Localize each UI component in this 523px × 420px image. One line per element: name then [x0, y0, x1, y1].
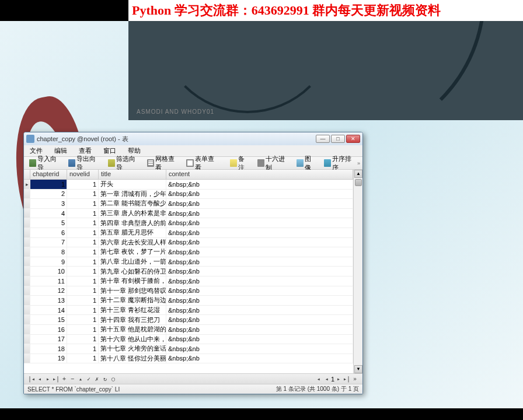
nav-first[interactable]: |◂ — [27, 376, 36, 382]
nav-cancel[interactable]: ✗ — [93, 376, 101, 382]
cell-chapterid[interactable]: 10 — [30, 267, 67, 276]
cell-title[interactable]: 第五章 腊无月思怀 — [99, 228, 166, 237]
cell-chapterid[interactable]: 16 — [30, 325, 67, 334]
cell-chapterid[interactable]: 2 — [30, 190, 67, 199]
table-row[interactable]: 71第六章 此去长安混人样&nbsp;&nb — [24, 238, 353, 248]
cell-content[interactable]: &nbsp;&nb — [166, 296, 353, 305]
table-row[interactable]: 91第八章 北山道外，一箭南来&nbsp;&nb — [24, 257, 353, 267]
cell-chapterid[interactable]: 19 — [30, 354, 67, 363]
cell-title[interactable]: 第十六章 他从山中来，带着 — [99, 335, 166, 344]
titlebar[interactable]: chapter_copy @novel (root) - 表 — □ ✕ — [24, 132, 362, 145]
taskbar[interactable] — [0, 408, 523, 420]
table-row[interactable]: 31第二章 能书能言夸酸少年&nbsp;&nb — [24, 199, 353, 209]
cell-novelid[interactable]: 1 — [67, 286, 99, 296]
cell-title[interactable]: 第十一章 那剑悲鸣替叹 — [99, 286, 166, 296]
cell-chapterid[interactable]: 1 — [30, 180, 67, 189]
cell-novelid[interactable]: 1 — [67, 209, 99, 218]
cell-content[interactable]: &nbsp;&nb — [166, 354, 353, 363]
col-title[interactable]: title — [99, 170, 166, 179]
cell-novelid[interactable]: 1 — [67, 247, 99, 257]
cell-title[interactable]: 第六章 此去长安混人样 — [99, 238, 166, 247]
cell-title[interactable]: 开头 — [99, 180, 166, 189]
cell-title[interactable]: 第二章 能书能言夸酸少年 — [99, 199, 166, 208]
cell-novelid[interactable]: 1 — [67, 354, 99, 363]
page-overflow[interactable]: » — [351, 376, 359, 382]
cell-chapterid[interactable]: 18 — [30, 344, 67, 354]
nav-last[interactable]: ▸| — [52, 376, 60, 382]
page-prev[interactable]: ◂ — [323, 376, 331, 382]
cell-novelid[interactable]: 1 — [67, 344, 99, 354]
scroll-thumb[interactable] — [355, 179, 362, 186]
scroll-up-button[interactable]: ▲ — [354, 170, 362, 178]
cell-content[interactable]: &nbsp;&nb — [166, 218, 353, 228]
cell-novelid[interactable]: 1 — [67, 306, 99, 315]
col-content[interactable]: content — [166, 170, 353, 179]
cell-content[interactable]: &nbsp;&nb — [166, 335, 353, 344]
cell-novelid[interactable]: 1 — [67, 335, 99, 344]
cell-content[interactable]: &nbsp;&nb — [166, 267, 353, 276]
cell-novelid[interactable]: 1 — [67, 218, 99, 228]
cell-chapterid[interactable]: 8 — [30, 247, 67, 257]
cell-chapterid[interactable]: 15 — [30, 315, 67, 324]
cell-content[interactable]: &nbsp;&nb — [166, 325, 353, 334]
cell-content[interactable]: &nbsp;&nb — [166, 190, 353, 199]
cell-chapterid[interactable]: 11 — [30, 276, 67, 286]
cell-chapterid[interactable]: 12 — [30, 286, 67, 296]
cell-content[interactable]: &nbsp;&nb — [166, 247, 353, 257]
cell-chapterid[interactable]: 14 — [30, 306, 67, 315]
table-row[interactable]: 81第七章 夜饮，梦了一片海&nbsp;&nb — [24, 247, 353, 257]
cell-novelid[interactable]: 1 — [67, 296, 99, 305]
toolbar-overflow[interactable]: » — [357, 160, 360, 166]
cell-content[interactable]: &nbsp;&nb — [166, 276, 353, 286]
cell-title[interactable]: 第一章 渭城有雨，少年有衿 — [99, 190, 166, 199]
cell-title[interactable]: 第七章 夜饮，梦了一片海 — [99, 247, 166, 257]
page-first[interactable]: ◂ — [315, 376, 323, 382]
nav-refresh[interactable]: ↻ — [101, 376, 109, 382]
cell-content[interactable]: &nbsp;&nb — [166, 315, 353, 324]
table-row[interactable]: 181第十七章 火堆旁的童话&nbsp;&nb — [24, 344, 353, 354]
cell-novelid[interactable]: 1 — [67, 199, 99, 208]
cell-title[interactable]: 第九章 心如磐石的侍卫们 — [99, 267, 166, 276]
cell-content[interactable]: &nbsp;&nb — [166, 344, 353, 354]
cell-novelid[interactable]: 1 — [67, 257, 99, 267]
table-row[interactable]: 141第十三章 青衫红花湿&nbsp;&nb — [24, 306, 353, 316]
nav-stop[interactable]: ○ — [109, 376, 117, 382]
cell-content[interactable]: &nbsp;&nb — [166, 286, 353, 296]
table-row[interactable]: 131第十二章 魔宗断指与边军伏&nbsp;&nb — [24, 296, 353, 306]
table-row[interactable]: 111第十章 有剑横于膝前，有变&nbsp;&nb — [24, 276, 353, 286]
cell-chapterid[interactable]: 9 — [30, 257, 67, 267]
cell-content[interactable]: &nbsp;&nb — [166, 306, 353, 315]
nav-post[interactable]: ✓ — [85, 376, 93, 382]
cell-chapterid[interactable]: 6 — [30, 228, 67, 237]
nav-del[interactable]: − — [68, 376, 76, 382]
nav-prev[interactable]: ◂ — [36, 376, 44, 382]
cell-chapterid[interactable]: 4 — [30, 209, 67, 218]
cell-chapterid[interactable]: 3 — [30, 199, 67, 208]
cell-chapterid[interactable]: 7 — [30, 238, 67, 247]
table-row[interactable]: 51第四章 非典型唐人的前路抒&nbsp;&nb — [24, 218, 353, 228]
close-button[interactable]: ✕ — [346, 135, 360, 143]
col-novelid[interactable]: novelid — [67, 170, 99, 179]
table-row[interactable]: 191第十八章 怪你过分美丽&nbsp;&nb — [24, 354, 353, 364]
cell-title[interactable]: 第十章 有剑横于膝前，有变 — [99, 276, 166, 286]
cell-content[interactable]: &nbsp;&nb — [166, 238, 353, 247]
cell-title[interactable]: 第十七章 火堆旁的童话 — [99, 344, 166, 354]
row-indicator-header[interactable] — [24, 170, 30, 179]
cell-novelid[interactable]: 1 — [67, 325, 99, 334]
scroll-down-button[interactable]: ▼ — [354, 365, 362, 373]
cell-novelid[interactable]: 1 — [67, 228, 99, 237]
cell-chapterid[interactable]: 5 — [30, 218, 67, 228]
cell-chapterid[interactable]: 13 — [30, 296, 67, 305]
col-chapterid[interactable]: chapterid — [30, 170, 67, 179]
table-row[interactable]: 171第十六章 他从山中来，带着&nbsp;&nb — [24, 335, 353, 345]
cell-title[interactable]: 第十四章 我有三把刀 — [99, 315, 166, 324]
grid-body[interactable]: ▸11开头&nbsp;&nb21第一章 渭城有雨，少年有衿&nbsp;&nb31… — [24, 180, 353, 373]
cell-novelid[interactable]: 1 — [67, 276, 99, 286]
page-next[interactable]: ▸ — [334, 376, 343, 382]
cell-title[interactable]: 第十八章 怪你过分美丽 — [99, 354, 166, 363]
cell-title[interactable]: 第三章 唐人的朴素是非观 — [99, 209, 166, 218]
cell-novelid[interactable]: 1 — [67, 238, 99, 247]
cell-novelid[interactable]: 1 — [67, 315, 99, 324]
table-row[interactable]: 61第五章 腊无月思怀&nbsp;&nb — [24, 228, 353, 238]
minimize-button[interactable]: — — [316, 135, 330, 143]
